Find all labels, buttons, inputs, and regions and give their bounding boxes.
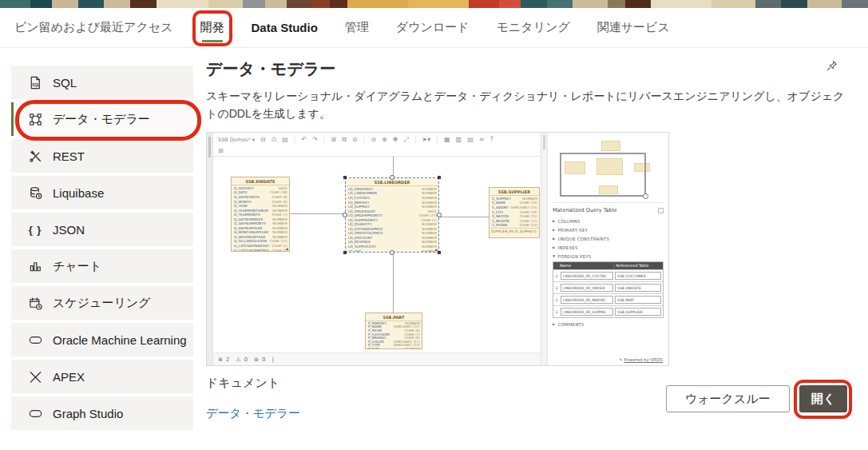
separator: | [294,137,296,143]
sidebar-item-json[interactable]: { }JSON [11,213,193,246]
sidebar-item-rest[interactable]: REST [11,139,193,173]
fk-ref-table-cell: SSB.PART [615,296,661,304]
minimap-table [601,141,620,150]
nav-tab-monitoring[interactable]: モニタリング [497,20,570,35]
properties-header: Materialized Query Table [553,207,616,213]
notices-count: 0 [262,356,265,363]
json-braces-icon: { } [27,221,43,237]
pan-icon: ✥ [393,137,398,143]
nav-tab-label: 開発 [200,20,224,34]
decorative-pattern-banner [0,0,868,8]
top-nav: ピン留めおよび最近アクセス開発Data Studio管理ダウンロードモニタリング… [0,8,868,48]
minimap-resize-handle [643,193,648,199]
er-column-name: S_PHONE [492,223,508,228]
er-table-name: SSB.SUPPLIER [489,188,539,196]
fk-name-cell: LINEORDER_FK_PARTKE [561,296,613,304]
connector-line [393,253,394,313]
er-table-columns: D_DATEKEYDATED_DATECHAR (18)D_DAYOFWEEKC… [232,185,289,253]
er-column-name: P_SIZE [368,348,379,349]
pin-icon[interactable] [826,60,838,75]
calendar-clock-icon [27,295,43,311]
print-icon: ⎙ [271,137,276,143]
sidebar-item-label: Liquibase [53,186,104,200]
add-object-icon: ⊞ [331,137,337,143]
diagram-minimap [552,136,664,203]
diagram-canvas: SSB.DWDATED_DATEKEYDATED_DATECHAR (18)D_… [213,157,541,352]
fk-row: ↓LINEORDER_FK_PARTKESSB.PART [553,293,663,305]
errors-count: 2 [226,356,229,363]
nav-tab-data-studio[interactable]: Data Studio [252,21,318,34]
sidebar-item-apex[interactable]: APEX [11,360,193,393]
doc-link-data-modeler[interactable]: データ・モデラー [206,406,300,421]
minimap-viewport [560,153,647,197]
report-icon: ▤ [282,137,288,143]
modeler-main-area: SSB Demos* ▾ ⊟⎙▤|↶↷|⊞⧉⊘|⊖⊕✥⤢|➤▾|▦▥▤∞? ⊞ … [213,133,541,365]
section-arrow-icon: ▶ [553,237,555,241]
pointer-menu-icon: ➤▾ [422,137,431,143]
nav-tab-pinned[interactable]: ピン留めおよび最近アクセス [14,20,173,35]
selection-handle [438,176,441,179]
connection-handle [343,213,347,217]
nav-tab-label: ダウンロード [396,20,470,34]
data-modeler-icon [27,111,43,127]
er-table-supplier: SSB.SUPPLIERS_SUPPKEYNUMBERS_NAMECHAR (2… [489,187,540,238]
sidebar-item-data-modeler[interactable]: データ・モデラー [11,102,193,136]
fk-name-cell: LINEORDER_FK_CUSTKE [561,272,613,280]
sidebar-item-label: APEX [53,370,85,384]
warnings-count: 0 [244,356,248,363]
walkthrough-button[interactable]: ウォークスルー [666,385,790,412]
sidebar-item-label: チャート [53,259,101,274]
nav-tab-label: 関連サービス [597,20,670,34]
fk-expand-icon: ↓ [555,273,559,278]
sidebar-item-charts[interactable]: チャート [11,249,193,283]
materialized-checkbox [658,208,664,213]
section-label: COLUMNS [557,219,580,224]
sidebar-item-label: SQL [53,76,77,90]
undo-icon: ↶ [301,137,307,143]
nav-tab-label: ピン留めおよび最近アクセス [14,20,173,34]
sidebar-item-sql[interactable]: SQLSQL [11,66,193,99]
scrollbar-thumb [543,135,545,149]
delete-icon: ⊘ [352,137,358,143]
sidebar-item-scheduling[interactable]: スケジューリング [11,286,193,320]
er-column-row: D_LASTDAYINMONTHFLCHAR (1) [234,249,287,253]
selection-handle [343,176,347,179]
er-column-type: CHAR (15) [520,223,537,228]
fk-header-name: Name [553,262,613,269]
section-primary-key: ▶PRIMARY KEY [548,225,668,234]
sidebar-item-liquibase[interactable]: Liquibase [11,176,193,209]
er-column-type: NUMBER [405,348,420,349]
sidebar-item-label: JSON [53,223,85,237]
layout-rows-icon: ▥ [456,137,462,143]
apex-pencils-icon [27,368,43,384]
er-table-part: SSB.PARTP_PARTKEYNUMBERP_NAMEVARCHAR2 (2… [365,313,422,349]
layout-cols-icon: ▤ [467,137,474,143]
er-table-dwdate: SSB.DWDATED_DATEKEYDATED_DATECHAR (18)D_… [231,177,290,252]
open-button[interactable]: 開く [799,385,847,412]
generate-ddl-icon: ⧉ [342,137,347,143]
status-divider: | [271,356,273,363]
nav-tab-administration[interactable]: 管理 [345,20,369,35]
nav-tab-related-services[interactable]: 関連サービス [597,20,670,35]
nav-tab-development[interactable]: 開発 [200,20,224,35]
page-title: データ・モデラー [206,58,335,80]
modeler-toolbar-row2: ⊞ [213,146,541,157]
connection-handle [390,250,394,255]
oracle-oval-icon [27,405,43,421]
selection-handle [343,251,347,254]
page-description: スキーマをリレーショナル・ダイアグラムとデータ・ディクショナリ・レポートにリバー… [206,88,847,122]
sidebar-item-graph-studio[interactable]: Graph Studio [11,396,193,430]
save-icon: ⊟ [260,137,266,143]
section-label: COMMENTS [557,322,584,327]
sidebar-item-oml[interactable]: Oracle Machine Learning [11,323,193,356]
nav-tab-downloads[interactable]: ダウンロード [396,20,470,35]
modeler-status-bar: ⊗2⚠0⊛0| [213,352,541,365]
schema-icon: ⊞ [218,148,224,154]
separator: | [323,137,326,143]
main-content: データ・モデラー スキーマをリレーショナル・ダイアグラムとデータ・ディクショナリ… [193,48,868,433]
fk-ref-table-cell: SSB.DWDATE [615,284,661,292]
section-label: FOREIGN KEYS [557,254,591,259]
find-icon: ∞ [479,137,485,143]
selection-handle [438,251,441,254]
overflow-flag: ▪ [286,247,288,251]
